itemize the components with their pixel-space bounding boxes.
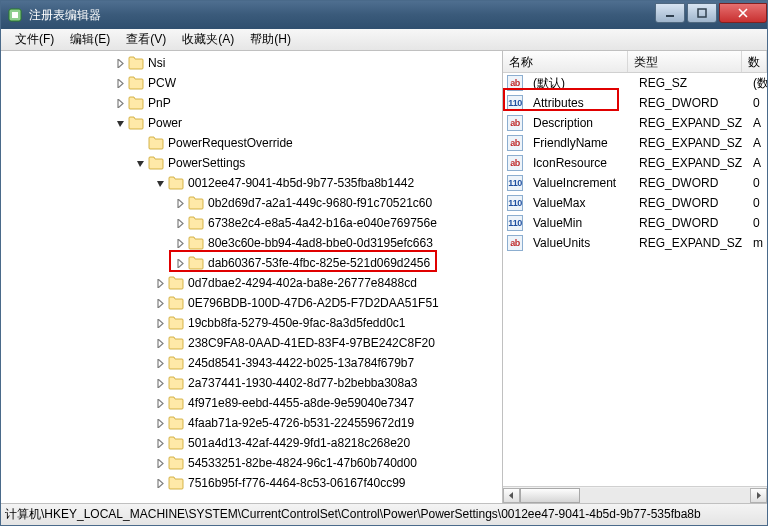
value-row[interactable]: 110ValueMinREG_DWORD0 xyxy=(503,213,767,233)
chevron-down-icon[interactable] xyxy=(135,158,146,169)
tree-item-label: 54533251-82be-4824-96c1-47b60b740d00 xyxy=(188,456,417,470)
tree-item[interactable]: 7516b95f-f776-4464-8c53-06167f40cc99 xyxy=(1,473,502,493)
tree-item[interactable]: 80e3c60e-bb94-4ad8-bbe0-0d3195efc663 xyxy=(1,233,502,253)
chevron-down-icon[interactable] xyxy=(155,178,166,189)
folder-icon xyxy=(128,116,144,130)
menu-help[interactable]: 帮助(H) xyxy=(242,29,299,50)
tree-item[interactable]: 19cbb8fa-5279-450e-9fac-8a3d5fedd0c1 xyxy=(1,313,502,333)
scroll-thumb[interactable] xyxy=(520,488,580,503)
tree-item-label: 238C9FA8-0AAD-41ED-83F4-97BE242C8F20 xyxy=(188,336,435,350)
chevron-right-icon[interactable] xyxy=(155,378,166,389)
chevron-right-icon[interactable] xyxy=(175,258,186,269)
col-header-name[interactable]: 名称 xyxy=(503,51,628,72)
tree-item-label: PnP xyxy=(148,96,171,110)
tree-item[interactable]: 0E796BDB-100D-47D6-A2D5-F7D2DAA51F51 xyxy=(1,293,502,313)
value-row[interactable]: 110ValueMaxREG_DWORD0 xyxy=(503,193,767,213)
chevron-right-icon[interactable] xyxy=(175,198,186,209)
string-value-icon: ab xyxy=(507,115,523,131)
value-list-body: ab(默认)REG_SZ(数110AttributesREG_DWORD0abD… xyxy=(503,73,767,486)
value-type: REG_EXPAND_SZ xyxy=(633,116,747,130)
tree-item[interactable]: 0b2d69d7-a2a1-449c-9680-f91c70521c60 xyxy=(1,193,502,213)
maximize-button[interactable] xyxy=(687,3,717,23)
tree-item[interactable]: PnP xyxy=(1,93,502,113)
tree-item[interactable]: Power xyxy=(1,113,502,133)
tree-item[interactable]: 238C9FA8-0AAD-41ED-83F4-97BE242C8F20 xyxy=(1,333,502,353)
chevron-right-icon[interactable] xyxy=(155,398,166,409)
tree-item[interactable]: 4faab71a-92e5-4726-b531-224559672d19 xyxy=(1,413,502,433)
tree-item[interactable]: PCW xyxy=(1,73,502,93)
tree-item[interactable]: 501a4d13-42af-4429-9fd1-a8218c268e20 xyxy=(1,433,502,453)
menu-view[interactable]: 查看(V) xyxy=(118,29,174,50)
registry-tree: NsiPCWPnPPowerPowerRequestOverridePowerS… xyxy=(1,51,502,493)
tree-item[interactable]: 54533251-82be-4824-96c1-47b60b740d00 xyxy=(1,453,502,473)
chevron-right-icon[interactable] xyxy=(175,218,186,229)
tree-item[interactable]: 0012ee47-9041-4b5d-9b77-535fba8b1442 xyxy=(1,173,502,193)
tree-item[interactable]: PowerSettings xyxy=(1,153,502,173)
svg-rect-3 xyxy=(698,9,706,17)
menu-favorites[interactable]: 收藏夹(A) xyxy=(174,29,242,50)
chevron-right-icon[interactable] xyxy=(115,58,126,69)
value-row[interactable]: abFriendlyNameREG_EXPAND_SZA xyxy=(503,133,767,153)
value-name: FriendlyName xyxy=(527,136,633,150)
value-row[interactable]: 110AttributesREG_DWORD0 xyxy=(503,93,767,113)
tree-item-label: PCW xyxy=(148,76,176,90)
col-header-type[interactable]: 类型 xyxy=(628,51,742,72)
menu-file[interactable]: 文件(F) xyxy=(7,29,62,50)
chevron-right-icon[interactable] xyxy=(155,478,166,489)
tree-item[interactable]: 6738e2c4-e8a5-4a42-b16a-e040e769756e xyxy=(1,213,502,233)
folder-icon xyxy=(168,416,184,430)
menu-edit[interactable]: 编辑(E) xyxy=(62,29,118,50)
chevron-right-icon[interactable] xyxy=(155,298,166,309)
scroll-right-button[interactable] xyxy=(750,488,767,503)
value-type: REG_DWORD xyxy=(633,176,747,190)
tree-item[interactable]: 245d8541-3943-4422-b025-13a784f679b7 xyxy=(1,353,502,373)
chevron-down-icon[interactable] xyxy=(115,118,126,129)
chevron-right-icon[interactable] xyxy=(115,98,126,109)
value-type: REG_DWORD xyxy=(633,96,747,110)
chevron-right-icon[interactable] xyxy=(155,338,166,349)
scroll-track[interactable] xyxy=(520,488,750,503)
tree-toggle-none xyxy=(135,138,146,149)
value-data: m xyxy=(747,236,767,250)
chevron-right-icon[interactable] xyxy=(155,458,166,469)
tree-item[interactable]: 4f971e89-eebd-4455-a8de-9e59040e7347 xyxy=(1,393,502,413)
tree-item[interactable]: 2a737441-1930-4402-8d77-b2bebba308a3 xyxy=(1,373,502,393)
col-header-data[interactable]: 数 xyxy=(742,51,767,72)
value-row[interactable]: 110ValueIncrementREG_DWORD0 xyxy=(503,173,767,193)
chevron-right-icon[interactable] xyxy=(155,438,166,449)
scroll-left-button[interactable] xyxy=(503,488,520,503)
value-row[interactable]: abDescriptionREG_EXPAND_SZA xyxy=(503,113,767,133)
value-data: A xyxy=(747,136,767,150)
status-path: 计算机\HKEY_LOCAL_MACHINE\SYSTEM\CurrentCon… xyxy=(5,506,701,523)
folder-icon xyxy=(148,136,164,150)
folder-icon xyxy=(168,456,184,470)
folder-icon xyxy=(168,436,184,450)
tree-item[interactable]: Nsi xyxy=(1,53,502,73)
value-row[interactable]: abValueUnitsREG_EXPAND_SZm xyxy=(503,233,767,253)
chevron-right-icon[interactable] xyxy=(155,358,166,369)
chevron-right-icon[interactable] xyxy=(155,418,166,429)
tree-item[interactable]: 0d7dbae2-4294-402a-ba8e-26777e8488cd xyxy=(1,273,502,293)
value-name: ValueUnits xyxy=(527,236,633,250)
tree-panel[interactable]: NsiPCWPnPPowerPowerRequestOverridePowerS… xyxy=(1,51,503,503)
chevron-right-icon[interactable] xyxy=(155,278,166,289)
dword-value-icon: 110 xyxy=(507,215,523,231)
chevron-right-icon[interactable] xyxy=(155,318,166,329)
value-data: (数 xyxy=(747,75,767,92)
folder-icon xyxy=(168,396,184,410)
value-row[interactable]: abIconResourceREG_EXPAND_SZA xyxy=(503,153,767,173)
value-name: (默认) xyxy=(527,75,633,92)
value-data: 0 xyxy=(747,216,767,230)
tree-item[interactable]: dab60367-53fe-4fbc-825e-521d069d2456 xyxy=(1,253,502,273)
value-row[interactable]: ab(默认)REG_SZ(数 xyxy=(503,73,767,93)
chevron-right-icon[interactable] xyxy=(115,78,126,89)
horizontal-scrollbar[interactable] xyxy=(503,486,767,503)
close-button[interactable] xyxy=(719,3,767,23)
minimize-button[interactable] xyxy=(655,3,685,23)
dword-value-icon: 110 xyxy=(507,95,523,111)
folder-icon xyxy=(188,236,204,250)
chevron-right-icon[interactable] xyxy=(175,238,186,249)
titlebar[interactable]: 注册表编辑器 xyxy=(1,1,767,29)
tree-item[interactable]: PowerRequestOverride xyxy=(1,133,502,153)
value-data: 0 xyxy=(747,196,767,210)
